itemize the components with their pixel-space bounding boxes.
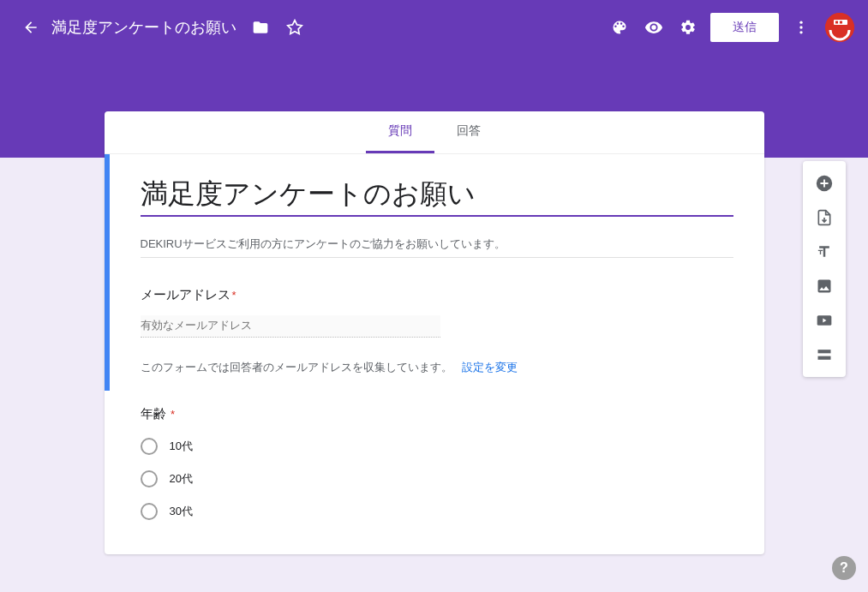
send-button[interactable]: 送信: [710, 13, 779, 42]
radio-icon: [141, 438, 158, 455]
form-canvas: 質問 回答 メールアドレス* このフォームでは回答者のメールアドレスを収集してい…: [105, 111, 764, 554]
svg-rect-6: [840, 21, 842, 24]
palette-icon[interactable]: [602, 10, 637, 45]
age-label-text: 年齢: [141, 406, 166, 421]
more-vert-icon[interactable]: [784, 10, 818, 45]
star-icon[interactable]: [278, 10, 312, 45]
tabs-bar: 質問 回答: [105, 111, 764, 154]
preview-eye-icon[interactable]: [637, 10, 671, 45]
svg-rect-10: [818, 356, 831, 360]
account-avatar[interactable]: [825, 13, 854, 42]
required-star: *: [168, 408, 176, 421]
tab-responses[interactable]: 回答: [434, 111, 503, 153]
add-video-icon[interactable]: [809, 305, 840, 336]
change-settings-link[interactable]: 設定を変更: [462, 361, 518, 374]
radio-label: 30代: [170, 504, 193, 519]
add-section-icon[interactable]: [809, 339, 840, 370]
import-questions-icon[interactable]: [809, 202, 840, 233]
svg-rect-5: [835, 21, 838, 24]
folder-icon[interactable]: [243, 10, 278, 45]
radio-label: 10代: [170, 439, 193, 454]
email-input-placeholder: [141, 315, 440, 338]
email-question-label: メールアドレス*: [141, 287, 733, 303]
radio-label: 20代: [170, 471, 193, 487]
collect-note-text: このフォームでは回答者のメールアドレスを収集しています。: [141, 361, 452, 374]
email-collection-note: このフォームでは回答者のメールアドレスを収集しています。 設定を変更: [141, 360, 733, 375]
floating-toolbar: [803, 161, 846, 377]
question-age-block: 年齢 * 10代 20代 30代: [105, 391, 764, 554]
svg-point-3: [825, 13, 854, 42]
radio-icon: [141, 503, 158, 520]
age-question-label: 年齢 *: [141, 406, 733, 422]
help-button[interactable]: ?: [832, 556, 856, 580]
radio-option[interactable]: 10代: [141, 438, 733, 455]
title-card: メールアドレス* このフォームでは回答者のメールアドレスを収集しています。 設定…: [105, 154, 764, 391]
svg-point-0: [799, 21, 802, 24]
form-title-header[interactable]: 満足度アンケートのお願い: [51, 17, 236, 38]
form-title-input[interactable]: [141, 175, 733, 217]
svg-rect-9: [818, 350, 831, 353]
radio-option[interactable]: 20代: [141, 470, 733, 487]
email-label-text: メールアドレス: [141, 287, 230, 302]
radio-option[interactable]: 30代: [141, 503, 733, 520]
add-image-icon[interactable]: [809, 271, 840, 302]
settings-gear-icon[interactable]: [671, 10, 705, 45]
svg-point-2: [799, 31, 802, 33]
tab-questions[interactable]: 質問: [366, 111, 434, 153]
add-title-icon[interactable]: [809, 236, 840, 267]
add-question-icon[interactable]: [809, 168, 840, 199]
radio-icon: [141, 470, 158, 487]
form-description-input[interactable]: [141, 227, 733, 258]
svg-point-1: [799, 26, 802, 28]
required-star: *: [232, 289, 236, 302]
app-header: 満足度アンケートのお願い 送信: [0, 0, 868, 55]
back-arrow-icon[interactable]: [14, 10, 48, 45]
